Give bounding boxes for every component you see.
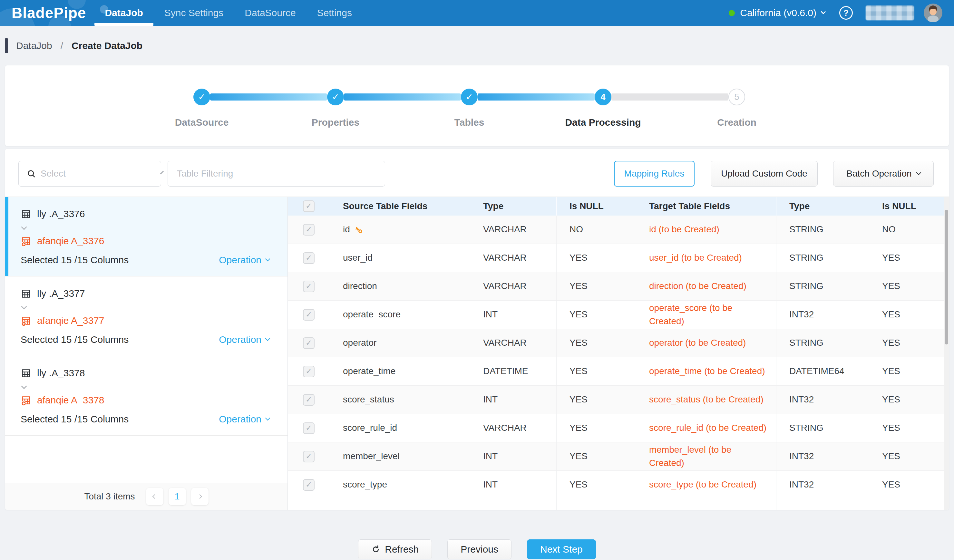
next-step-button[interactable]: Next Step xyxy=(527,540,596,559)
target-table-row: afanqie A_3378 xyxy=(20,394,270,406)
target-field-name: score_rule_id (to be Created) xyxy=(649,422,767,435)
chevron-down-icon xyxy=(265,416,270,421)
source-field-type: INT xyxy=(483,393,497,406)
target-field-name: operator (to be Created) xyxy=(649,336,746,350)
source-field-type: INT xyxy=(483,450,497,463)
nav-tab[interactable]: DataJob xyxy=(105,0,143,26)
collapse-chevron-icon[interactable] xyxy=(22,384,270,391)
help-glyph: ? xyxy=(843,8,848,18)
field-mapping-table: Source Table Fields Type Is NULL Target … xyxy=(288,197,944,510)
row-checkbox[interactable] xyxy=(303,394,315,406)
nav-tab[interactable]: DataSource xyxy=(245,0,296,26)
source-field-name: score_rule_id xyxy=(343,422,397,435)
source-table-icon xyxy=(20,368,31,379)
chevron-down-icon xyxy=(21,224,27,230)
total-items-text: Total 3 items xyxy=(84,492,135,502)
chevron-down-icon xyxy=(21,383,27,389)
row-checkbox[interactable] xyxy=(303,281,315,292)
step-label: DataSource xyxy=(175,117,229,128)
table-pair-item[interactable]: lly .A_3376 afanqie A_3376 Selected 15 /… xyxy=(5,197,287,277)
target-field-type: STRING xyxy=(789,422,823,435)
col-header-target: Target Table Fields xyxy=(649,201,730,212)
source-field-type: VARCHAR xyxy=(483,223,527,236)
collapse-chevron-icon[interactable] xyxy=(22,225,270,232)
source-field-name: score_status xyxy=(343,393,394,406)
operation-dropdown[interactable]: Operation xyxy=(219,255,270,266)
wizard-footer: Refresh Previous Next Step xyxy=(0,540,954,559)
row-checkbox[interactable] xyxy=(303,479,315,491)
source-table-icon xyxy=(20,209,31,219)
target-field-type: INT32 xyxy=(789,478,814,492)
row-checkbox[interactable] xyxy=(303,422,315,434)
step-label: Creation xyxy=(717,117,756,128)
target-table-add-icon xyxy=(20,395,31,406)
source-field-type: VARCHAR xyxy=(483,422,527,435)
breadcrumb-parent-link[interactable]: DataJob xyxy=(16,40,52,51)
target-field-type: DATETIME64 xyxy=(789,365,845,378)
chevron-down-icon xyxy=(21,303,27,309)
select-all-checkbox[interactable] xyxy=(303,201,315,212)
step-circle: 4 xyxy=(595,89,611,105)
col-header-target-type: Type xyxy=(789,201,810,212)
source-is-null-value: YES xyxy=(569,450,588,463)
avatar[interactable] xyxy=(924,3,942,22)
batch-operation-button[interactable]: Batch Operation xyxy=(833,161,934,187)
row-checkbox[interactable] xyxy=(303,338,315,349)
table-scrollbar xyxy=(944,197,949,510)
row-checkbox[interactable] xyxy=(303,224,315,235)
stepper-step: ✓ Tables xyxy=(461,89,595,105)
scrollbar-thumb[interactable] xyxy=(945,210,948,344)
target-table-row: afanqie A_3377 xyxy=(20,314,270,327)
primary-key-icon xyxy=(354,225,363,235)
item-footer-row: Selected 15 /15 Columns Operation xyxy=(20,333,270,346)
row-checkbox[interactable] xyxy=(303,366,315,377)
chevron-down-icon xyxy=(916,170,921,175)
item-footer-row: Selected 15 /15 Columns Operation xyxy=(20,413,270,426)
row-checkbox[interactable] xyxy=(303,252,315,264)
prev-page-button[interactable] xyxy=(146,488,164,505)
row-checkbox[interactable] xyxy=(303,309,315,320)
operation-dropdown[interactable]: Operation xyxy=(219,414,270,425)
row-checkbox[interactable] xyxy=(303,451,315,462)
nav-tab[interactable]: Sync Settings xyxy=(164,0,223,26)
table-filtering-input[interactable] xyxy=(168,161,385,187)
next-page-button[interactable] xyxy=(191,488,209,505)
target-field-name: member_level (to be Created) xyxy=(649,443,768,470)
operation-dropdown[interactable]: Operation xyxy=(219,334,270,345)
refresh-button[interactable]: Refresh xyxy=(358,540,432,559)
source-table-name: lly .A_3376 xyxy=(37,208,85,219)
source-is-null-value: YES xyxy=(569,251,588,264)
collapse-chevron-icon[interactable] xyxy=(22,304,270,311)
breadcrumb-accent-bar xyxy=(5,38,8,53)
search-icon xyxy=(26,169,36,179)
page-number-button[interactable]: 1 xyxy=(168,488,186,505)
source-field-name: operator xyxy=(343,336,376,350)
field-row: score_type INT YES score_type (to be Cre… xyxy=(288,471,944,499)
target-field-name: user_id (to be Created) xyxy=(649,251,742,264)
source-field-name: operate_score xyxy=(343,308,401,321)
mapping-rules-button[interactable]: Mapping Rules xyxy=(614,161,695,187)
col-header-target-is-null: Is NULL xyxy=(882,201,916,212)
user-name-redacted[interactable] xyxy=(866,5,914,20)
source-is-null-value: YES xyxy=(569,478,588,492)
help-icon[interactable]: ? xyxy=(839,6,853,20)
region-selector[interactable]: California (v0.6.0) xyxy=(729,8,825,19)
nav-tab[interactable]: Settings xyxy=(317,0,352,26)
brand-logo[interactable]: BladePipe xyxy=(12,4,86,22)
upload-custom-code-button[interactable]: Upload Custom Code xyxy=(711,161,818,187)
chevron-down-icon xyxy=(821,9,826,14)
field-row: operate_score INT YES operate_score (to … xyxy=(288,300,944,329)
table-pair-item[interactable]: lly .A_3377 afanqie A_3377 Selected 15 /… xyxy=(5,277,287,356)
source-is-null-value: YES xyxy=(569,365,588,378)
mapping-area: lly .A_3376 afanqie A_3376 Selected 15 /… xyxy=(5,196,949,510)
select-dropdown[interactable] xyxy=(19,161,161,187)
operation-label: Operation xyxy=(219,414,261,425)
table-pair-item[interactable]: lly .A_3378 afanqie A_3378 Selected 15 /… xyxy=(5,356,287,436)
select-input[interactable] xyxy=(41,168,157,179)
stepper-step: 4 Data Processing xyxy=(595,89,728,105)
step-circle: ✓ xyxy=(327,89,344,105)
previous-button[interactable]: Previous xyxy=(447,540,511,559)
target-field-type: STRING xyxy=(789,251,823,264)
source-is-null-value: YES xyxy=(569,422,588,435)
clipped-field-row xyxy=(288,499,944,510)
